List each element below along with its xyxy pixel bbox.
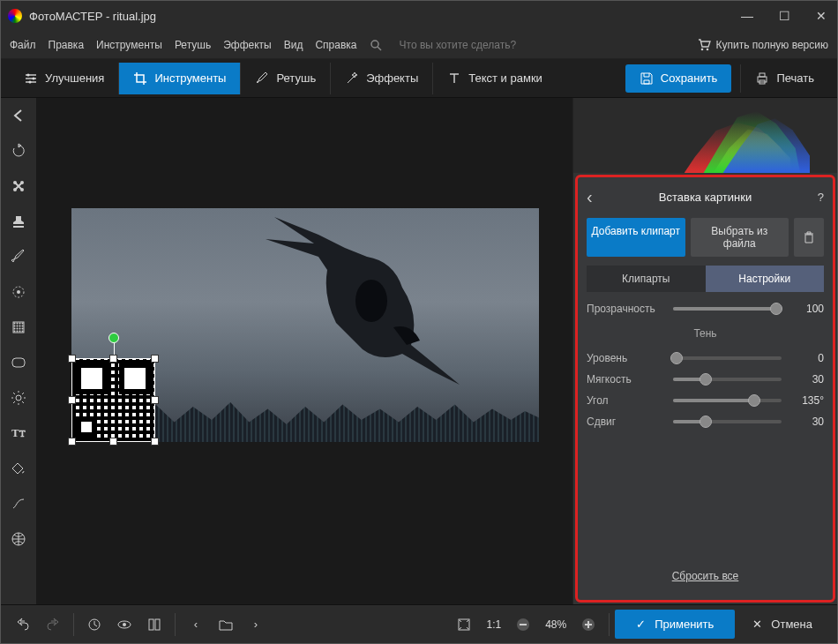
tab-cliparts[interactable]: Клипарты — [587, 266, 706, 292]
wand-icon — [345, 71, 359, 86]
svg-line-1 — [378, 47, 381, 50]
undo-button[interactable] — [8, 610, 38, 640]
menu-retouch[interactable]: Ретушь — [175, 39, 211, 51]
svg-rect-29 — [520, 624, 527, 625]
add-clipart-button[interactable]: Добавить клипарт — [587, 218, 685, 257]
svg-point-10 — [13, 181, 17, 184]
preview-button[interactable] — [109, 610, 139, 640]
resize-handle[interactable] — [151, 438, 159, 446]
svg-rect-8 — [759, 73, 765, 77]
heal-tool[interactable] — [8, 176, 29, 197]
cancel-button[interactable]: ✕ Отмена — [735, 610, 830, 639]
tab-tools[interactable]: Инструменты — [119, 63, 241, 94]
crop-icon — [133, 71, 147, 86]
level-slider[interactable]: Уровень 0 — [587, 352, 824, 364]
check-icon: ✓ — [636, 618, 646, 631]
resize-handle[interactable] — [151, 355, 159, 363]
panel-back-button[interactable]: ‹ — [587, 187, 604, 207]
svg-point-0 — [371, 41, 378, 48]
fill-tool[interactable] — [8, 458, 29, 479]
tab-text-frames[interactable]: Текст и рамки — [433, 63, 557, 94]
radial-tool[interactable] — [8, 281, 29, 303]
shadow-section-label: Тень — [587, 327, 824, 340]
open-file-button[interactable] — [211, 610, 241, 640]
minimize-button[interactable]: — — [738, 9, 756, 23]
apply-button[interactable]: ✓ Применить — [615, 610, 735, 639]
fit-button[interactable] — [449, 610, 479, 640]
menu-view[interactable]: Вид — [284, 39, 303, 51]
zoom-out-button[interactable] — [508, 610, 538, 640]
history-button[interactable] — [79, 610, 109, 640]
menu-edit[interactable]: Правка — [49, 39, 85, 51]
inserted-clipart[interactable] — [71, 358, 155, 442]
tab-improvements[interactable]: Улучшения — [10, 63, 119, 94]
histogram — [573, 98, 837, 173]
brightness-tool[interactable] — [8, 387, 29, 408]
sliders-icon — [24, 71, 38, 86]
resize-handle[interactable] — [68, 438, 76, 446]
window-title: ФотоМАСТЕР - ritual.jpg — [29, 10, 738, 23]
close-button[interactable]: ✕ — [812, 9, 830, 23]
text-icon — [447, 71, 461, 86]
bottom-bar: ‹ › 1:1 48% ✓ Применить ✕ Отмена — [1, 604, 837, 643]
print-button[interactable]: Печать — [740, 64, 828, 93]
cart-icon — [697, 38, 711, 52]
redo-button[interactable] — [38, 610, 68, 640]
resize-handle[interactable] — [68, 396, 76, 404]
rotate-tool[interactable] — [8, 140, 29, 161]
svg-point-21 — [355, 280, 387, 322]
save-icon — [640, 71, 654, 86]
text-tool[interactable]: Tᴛ — [8, 423, 29, 444]
app-logo-icon — [8, 9, 22, 23]
tab-retouch[interactable]: Ретушь — [241, 63, 331, 94]
ratio-label[interactable]: 1:1 — [479, 618, 508, 631]
svg-point-3 — [706, 48, 708, 50]
main-toolbar: Улучшения Инструменты Ретушь Эффекты Тек… — [1, 59, 837, 98]
reset-all-button[interactable]: Сбросить все — [587, 561, 824, 591]
brush-tool[interactable] — [8, 246, 29, 267]
svg-rect-32 — [587, 621, 589, 628]
search-icon — [370, 39, 382, 51]
save-button[interactable]: Сохранить — [625, 64, 732, 93]
next-file-button[interactable]: › — [241, 610, 271, 640]
search-input[interactable]: Что вы хотите сделать? — [400, 39, 685, 51]
menu-effects[interactable]: Эффекты — [223, 39, 272, 51]
buy-full-button[interactable]: Купить полную версию — [697, 38, 828, 52]
svg-point-13 — [20, 181, 24, 184]
skull-graphic — [239, 208, 468, 385]
vignette-tool[interactable] — [8, 352, 29, 373]
menu-bar: Файл Правка Инструменты Ретушь Эффекты В… — [1, 31, 837, 59]
right-panel: ‹ Вставка картинки ? Добавить клипарт Вы… — [572, 98, 837, 604]
gradient-tool[interactable] — [8, 317, 29, 338]
svg-rect-26 — [155, 619, 160, 630]
delete-button[interactable] — [794, 218, 824, 257]
resize-handle[interactable] — [109, 355, 117, 363]
from-file-button[interactable]: Выбрать из файла — [691, 218, 789, 257]
prev-file-button[interactable]: ‹ — [181, 610, 211, 640]
panel-title: Вставка картинки — [604, 191, 806, 204]
svg-point-15 — [17, 290, 20, 294]
curve-tool[interactable] — [8, 493, 29, 514]
maximize-button[interactable]: ☐ — [775, 9, 793, 23]
menu-tools[interactable]: Инструменты — [96, 39, 162, 51]
resize-handle[interactable] — [68, 355, 76, 363]
resize-handle[interactable] — [109, 438, 117, 446]
opacity-slider[interactable]: Прозрачность 100 — [587, 303, 824, 315]
stamp-tool[interactable] — [8, 211, 29, 232]
tab-settings[interactable]: Настройки — [706, 266, 825, 292]
canvas-area[interactable] — [36, 98, 572, 604]
rotate-handle[interactable] — [108, 333, 119, 343]
compare-button[interactable] — [139, 610, 169, 640]
tab-effects[interactable]: Эффекты — [331, 63, 433, 94]
globe-tool[interactable] — [8, 528, 29, 550]
svg-point-24 — [123, 623, 126, 626]
zoom-in-button[interactable] — [573, 610, 603, 640]
panel-help-button[interactable]: ? — [806, 191, 824, 204]
resize-handle[interactable] — [151, 396, 159, 404]
shift-slider[interactable]: Сдвиг 30 — [587, 416, 824, 428]
menu-file[interactable]: Файл — [10, 39, 36, 51]
softness-slider[interactable]: Мягкость 30 — [587, 373, 824, 386]
back-arrow-button[interactable] — [8, 105, 29, 126]
angle-slider[interactable]: Угол 135° — [587, 394, 824, 407]
menu-help[interactable]: Справка — [315, 39, 356, 51]
